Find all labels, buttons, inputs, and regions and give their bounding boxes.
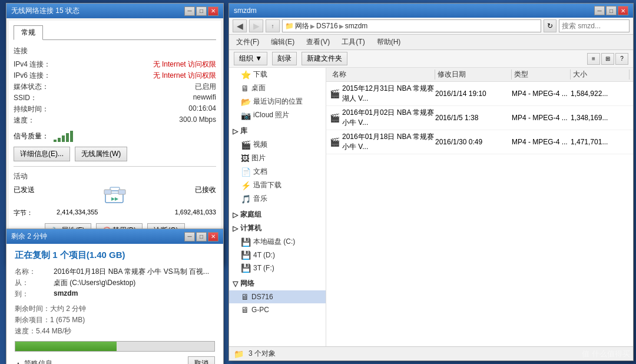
table-row[interactable]: 🎬 2016年01月18日 NBA 常规赛 小牛 V... 2016/1/30 … <box>326 130 633 154</box>
expand-button[interactable]: ▲ 简略信息 <box>15 359 52 364</box>
progress-bar-fill <box>15 342 117 351</box>
nav-icloud[interactable]: 📷 iCloud 照片 <box>229 108 326 122</box>
nav-documents[interactable]: 📄 文档 <box>229 165 326 178</box>
bc-ds716[interactable]: DS716 <box>316 22 338 30</box>
exp-maximize-btn[interactable]: □ <box>606 6 617 15</box>
address-bar[interactable]: 📁 网络 ▶ DS716 ▶ smzdm <box>282 19 541 32</box>
gpc-icon: 🖥 <box>241 305 249 315</box>
nav-recent[interactable]: 📂 最近访问的位置 <box>229 95 326 108</box>
copy-bottom: ▲ 简略信息 取消 <box>15 356 215 364</box>
copy-details: 名称： 2016年01月18日 NBA 常规赛 小牛 VS马制 百视... 从：… <box>15 267 215 299</box>
to-key: 到： <box>15 289 50 299</box>
explorer-toolbar: ◀ ▶ ↑ 📁 网络 ▶ DS716 ▶ smzdm ↻ <box>229 18 633 35</box>
status-text: 3 个对象 <box>249 349 276 359</box>
col-type[interactable]: 类型 <box>512 70 571 80</box>
signal-bars <box>54 130 73 142</box>
details-button[interactable]: 详细信息(E)... <box>14 147 70 161</box>
view-list-btn[interactable]: ≡ <box>587 53 600 65</box>
wireless-props-button[interactable]: 无线属性(W) <box>75 147 127 161</box>
thunder-icon: ⚡ <box>241 181 251 190</box>
close-button[interactable]: ✕ <box>208 6 218 16</box>
divider <box>14 166 216 167</box>
back-button[interactable]: ◀ <box>233 19 247 32</box>
exp-close-btn[interactable]: ✕ <box>618 6 628 15</box>
col-size[interactable]: 大小 <box>571 70 630 80</box>
bar5 <box>70 131 73 142</box>
menu-view[interactable]: 查看(V) <box>303 36 333 48</box>
download-icon: ⭐ <box>241 70 251 80</box>
menu-help[interactable]: 帮助(H) <box>373 36 405 48</box>
bc-network[interactable]: 网络 <box>295 21 309 31</box>
menu-edit[interactable]: 编辑(E) <box>267 36 298 48</box>
menu-bar: 文件(F) 编辑(E) 查看(V) 工具(T) 帮助(H) <box>229 35 633 50</box>
media-value: 已启用 <box>63 82 216 92</box>
favorites-section: ⭐ 下载 🖥 桌面 📂 最近访问的位置 📷 iCloud 照片 <box>229 68 326 122</box>
copy-minimize-btn[interactable]: ─ <box>184 232 195 241</box>
to-val: smzdm <box>54 289 215 299</box>
nav-drive-f[interactable]: 💾 3T (F:) <box>229 262 326 274</box>
copy-window: 剩余 2 分钟 ─ □ ✕ 正在复制 1 个项目(1.40 GB) 名称： 20… <box>6 229 224 364</box>
view-grid-btn[interactable]: ⊞ <box>601 53 614 65</box>
ssid-value: newwifi <box>63 93 216 103</box>
name-key: 名称： <box>15 267 50 277</box>
duration-label: 持续时间： <box>14 104 61 114</box>
explorer-body: ⭐ 下载 🖥 桌面 📂 最近访问的位置 📷 iCloud 照片 <box>229 68 633 357</box>
copy-maximize-btn[interactable]: □ <box>196 232 207 241</box>
recv-label: 已接收 <box>195 185 216 206</box>
network-animation-icon: ▶▶ <box>101 185 129 206</box>
bar2 <box>58 138 61 142</box>
file-modified: 2016/1/5 1:38 <box>435 114 512 122</box>
nav-desktop[interactable]: 🖥 桌面 <box>229 81 326 95</box>
file-name: 🎬 2016年01月18日 NBA 常规赛 小牛 V... <box>330 132 435 152</box>
bc-smzdm[interactable]: smzdm <box>345 22 368 30</box>
tab-general[interactable]: 常规 <box>14 25 43 40</box>
minimize-button[interactable]: ─ <box>184 6 195 16</box>
music-icon: 🎵 <box>241 194 251 204</box>
nav-pictures[interactable]: 🖼 图片 <box>229 151 326 165</box>
copy-title: 剩余 2 分钟 <box>11 231 47 241</box>
table-row[interactable]: 🎬 2015年12月31日 NBA 常规赛 湖人 V... 2016/1/14 … <box>326 82 633 106</box>
nav-video[interactable]: 🎬 视频 <box>229 138 326 151</box>
status-folder-icon: 📁 <box>234 349 244 359</box>
col-name[interactable]: 名称 <box>330 70 435 80</box>
search-input[interactable] <box>559 19 630 32</box>
remaining-time: 剩余时间：大约 2 分钟 <box>15 304 215 314</box>
exp-minimize-btn[interactable]: ─ <box>594 6 605 15</box>
nav-thunder[interactable]: ⚡ 迅雷下载 <box>229 178 326 192</box>
nav-drive-c[interactable]: 💾 本地磁盘 (C:) <box>229 235 326 249</box>
view-help-btn[interactable]: ? <box>615 53 628 65</box>
menu-tools[interactable]: 工具(T) <box>338 36 368 48</box>
from-val: 桌面 (C:\Users\g\Desktop) <box>54 278 215 288</box>
bc-folder-icon: 📁 <box>285 22 294 30</box>
duration-value: 00:16:04 <box>63 104 216 114</box>
file-modified: 2016/1/14 19:10 <box>435 90 512 98</box>
ssid-label: SSID： <box>14 93 61 103</box>
nav-ds716[interactable]: 🖥 DS716 <box>229 290 326 303</box>
homegroup-header: ▷家庭组 <box>229 208 326 221</box>
copy-titlebar-btns: ─ □ ✕ <box>184 232 218 241</box>
wifi-titlebar-btns: ─ □ ✕ <box>184 6 218 16</box>
svg-rect-5 <box>118 190 125 194</box>
nav-music[interactable]: 🎵 音乐 <box>229 192 326 206</box>
forward-button[interactable]: ▶ <box>249 19 263 32</box>
nav-download[interactable]: ⭐ 下载 <box>229 68 326 81</box>
copy-close-btn[interactable]: ✕ <box>208 232 218 241</box>
new-folder-button[interactable]: 新建文件夹 <box>302 52 347 65</box>
up-button[interactable]: ↑ <box>266 19 280 32</box>
desktop: 无线网络连接 15 状态 ─ □ ✕ 常规 连接 IPv4 连接： 无 Inte… <box>0 0 636 364</box>
nav-gpc[interactable]: 🖥 G-PC <box>229 303 326 316</box>
file-modified: 2016/1/30 0:49 <box>435 138 512 146</box>
drive-d-icon: 💾 <box>241 250 251 260</box>
cancel-button[interactable]: 取消 <box>188 356 215 364</box>
nav-drive-d[interactable]: 💾 4T (D:) <box>229 249 326 262</box>
table-row[interactable]: 🎬 2016年01月02日 NBA 常规赛 小牛 V... 2016/1/5 1… <box>326 106 633 130</box>
computer-section: 💾 本地磁盘 (C:) 💾 4T (D:) 💾 3T (F:) <box>229 235 326 274</box>
col-modified[interactable]: 修改日期 <box>435 70 512 80</box>
explorer-window: smzdm ─ □ ✕ ◀ ▶ ↑ 📁 网络 ▶ DS716 ▶ smzdm <box>228 3 634 361</box>
refresh-button[interactable]: ↻ <box>544 19 556 32</box>
organize-button[interactable]: 组织 ▼ <box>234 52 267 65</box>
maximize-button[interactable]: □ <box>196 6 207 16</box>
burn-button[interactable]: 刻录 <box>272 52 297 65</box>
signal-label: 信号质量： <box>14 131 49 141</box>
menu-file[interactable]: 文件(F) <box>233 36 263 48</box>
